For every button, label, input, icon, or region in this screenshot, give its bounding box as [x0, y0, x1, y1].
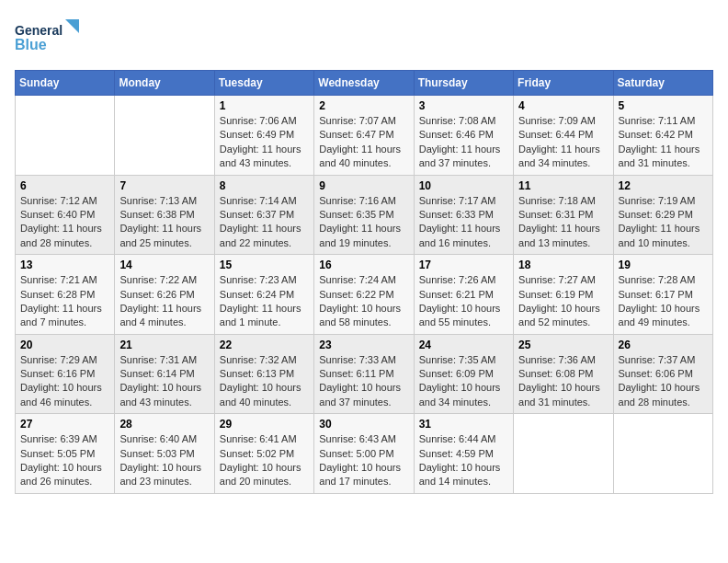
sunrise-text: Sunrise: 7:31 AM [119, 353, 209, 367]
sunrise-text: Sunrise: 7:37 AM [619, 353, 708, 367]
cell-info: Sunrise: 6:44 AM Sunset: 4:59 PM Dayligh… [419, 432, 508, 489]
day-number: 22 [220, 339, 309, 351]
day-number: 6 [20, 179, 109, 192]
cell-info: Sunrise: 7:33 AM Sunset: 6:11 PM Dayligh… [319, 353, 408, 410]
cell-info: Sunrise: 7:26 AM Sunset: 6:21 PM Dayligh… [419, 273, 508, 330]
day-number: 29 [220, 418, 309, 431]
cell-info: Sunrise: 7:16 AM Sunset: 6:35 PM Dayligh… [319, 194, 408, 251]
calendar-cell: 7 Sunrise: 7:13 AM Sunset: 6:38 PM Dayli… [115, 175, 214, 255]
sunrise-text: Sunrise: 7:17 AM [419, 194, 508, 208]
cell-info: Sunrise: 7:28 AM Sunset: 6:17 PM Dayligh… [619, 273, 708, 330]
sunset-text: Sunset: 6:42 PM [619, 128, 708, 142]
daylight-text: Daylight: 10 hours and 26 minutes. [20, 461, 109, 489]
daylight-text: Daylight: 11 hours and 7 minutes. [20, 302, 109, 330]
sunrise-text: Sunrise: 6:44 AM [419, 432, 508, 446]
day-number: 20 [20, 339, 109, 351]
cell-info: Sunrise: 7:23 AM Sunset: 6:24 PM Dayligh… [220, 273, 309, 330]
sunset-text: Sunset: 6:24 PM [220, 288, 309, 302]
sunrise-text: Sunrise: 7:07 AM [319, 114, 408, 128]
sunset-text: Sunset: 6:26 PM [119, 288, 209, 302]
cell-info: Sunrise: 7:19 AM Sunset: 6:29 PM Dayligh… [619, 194, 708, 251]
sunset-text: Sunset: 6:21 PM [419, 288, 508, 302]
cell-info: Sunrise: 7:21 AM Sunset: 6:28 PM Dayligh… [20, 273, 109, 330]
cell-info: Sunrise: 7:13 AM Sunset: 6:38 PM Dayligh… [119, 194, 209, 251]
calendar-cell: 24 Sunrise: 7:35 AM Sunset: 6:09 PM Dayl… [414, 334, 513, 414]
sunrise-text: Sunrise: 7:26 AM [419, 273, 508, 287]
daylight-text: Daylight: 11 hours and 37 minutes. [419, 143, 508, 171]
calendar-cell: 6 Sunrise: 7:12 AM Sunset: 6:40 PM Dayli… [16, 175, 115, 255]
sunrise-text: Sunrise: 7:29 AM [20, 353, 109, 367]
cell-info: Sunrise: 7:06 AM Sunset: 6:49 PM Dayligh… [220, 114, 309, 171]
sunrise-text: Sunrise: 7:22 AM [119, 273, 209, 287]
daylight-text: Daylight: 11 hours and 16 minutes. [419, 222, 508, 250]
day-number: 9 [319, 179, 408, 192]
sunset-text: Sunset: 6:35 PM [319, 208, 408, 222]
calendar-cell: 1 Sunrise: 7:06 AM Sunset: 6:49 PM Dayli… [214, 96, 313, 176]
daylight-text: Daylight: 10 hours and 58 minutes. [319, 302, 408, 330]
day-number: 19 [619, 259, 708, 271]
daylight-text: Daylight: 10 hours and 46 minutes. [20, 381, 109, 409]
cell-info: Sunrise: 7:31 AM Sunset: 6:14 PM Dayligh… [119, 353, 209, 410]
sunset-text: Sunset: 5:00 PM [319, 447, 408, 461]
sunset-text: Sunset: 6:31 PM [518, 208, 608, 222]
cell-info: Sunrise: 7:11 AM Sunset: 6:42 PM Dayligh… [619, 114, 708, 171]
daylight-text: Daylight: 11 hours and 25 minutes. [119, 222, 209, 250]
sunrise-text: Sunrise: 7:11 AM [619, 114, 708, 128]
cell-info: Sunrise: 6:41 AM Sunset: 5:02 PM Dayligh… [220, 432, 309, 489]
sunrise-text: Sunrise: 7:36 AM [518, 353, 608, 367]
sunset-text: Sunset: 5:03 PM [119, 447, 209, 461]
sunset-text: Sunset: 6:44 PM [518, 128, 608, 142]
sunset-text: Sunset: 6:40 PM [20, 208, 109, 222]
calendar-cell: 17 Sunrise: 7:26 AM Sunset: 6:21 PM Dayl… [414, 255, 513, 335]
sunset-text: Sunset: 6:17 PM [619, 288, 708, 302]
sunrise-text: Sunrise: 7:14 AM [220, 194, 309, 208]
cell-info: Sunrise: 7:22 AM Sunset: 6:26 PM Dayligh… [119, 273, 209, 330]
day-number: 27 [20, 418, 109, 431]
day-number: 5 [619, 99, 708, 112]
cell-info: Sunrise: 7:18 AM Sunset: 6:31 PM Dayligh… [518, 194, 608, 251]
calendar-cell: 30 Sunrise: 6:43 AM Sunset: 5:00 PM Dayl… [314, 414, 414, 494]
calendar-cell: 20 Sunrise: 7:29 AM Sunset: 6:16 PM Dayl… [16, 334, 115, 414]
day-number: 23 [319, 339, 408, 351]
cell-info: Sunrise: 7:12 AM Sunset: 6:40 PM Dayligh… [20, 194, 109, 251]
day-number: 12 [619, 179, 708, 192]
day-number: 1 [220, 99, 309, 112]
calendar-cell: 14 Sunrise: 7:22 AM Sunset: 6:26 PM Dayl… [115, 255, 214, 335]
sunrise-text: Sunrise: 6:40 AM [119, 432, 209, 446]
sunset-text: Sunset: 5:02 PM [220, 447, 309, 461]
day-header: Friday [514, 71, 613, 96]
daylight-text: Daylight: 10 hours and 28 minutes. [619, 381, 708, 409]
daylight-text: Daylight: 11 hours and 28 minutes. [20, 222, 109, 250]
calendar-cell: 2 Sunrise: 7:07 AM Sunset: 6:47 PM Dayli… [314, 96, 414, 176]
svg-text:Blue: Blue [15, 37, 47, 52]
sunrise-text: Sunrise: 7:06 AM [220, 114, 309, 128]
daylight-text: Daylight: 11 hours and 40 minutes. [319, 143, 408, 171]
calendar-cell: 26 Sunrise: 7:37 AM Sunset: 6:06 PM Dayl… [613, 334, 712, 414]
sunset-text: Sunset: 6:08 PM [518, 367, 608, 381]
sunrise-text: Sunrise: 7:09 AM [518, 114, 608, 128]
sunrise-text: Sunrise: 7:13 AM [119, 194, 209, 208]
day-number: 30 [319, 418, 408, 431]
daylight-text: Daylight: 10 hours and 40 minutes. [220, 381, 309, 409]
day-number: 3 [419, 99, 508, 112]
day-number: 31 [419, 418, 508, 431]
daylight-text: Daylight: 10 hours and 55 minutes. [419, 302, 508, 330]
calendar-week-row: 20 Sunrise: 7:29 AM Sunset: 6:16 PM Dayl… [16, 334, 713, 414]
cell-info: Sunrise: 7:24 AM Sunset: 6:22 PM Dayligh… [319, 273, 408, 330]
calendar-cell [16, 96, 115, 176]
calendar-cell: 23 Sunrise: 7:33 AM Sunset: 6:11 PM Dayl… [314, 334, 414, 414]
cell-info: Sunrise: 6:39 AM Sunset: 5:05 PM Dayligh… [20, 432, 109, 489]
sunrise-text: Sunrise: 7:18 AM [518, 194, 608, 208]
sunrise-text: Sunrise: 7:33 AM [319, 353, 408, 367]
sunset-text: Sunset: 5:05 PM [20, 447, 109, 461]
sunrise-text: Sunrise: 7:21 AM [20, 273, 109, 287]
cell-info: Sunrise: 7:32 AM Sunset: 6:13 PM Dayligh… [220, 353, 309, 410]
svg-marker-2 [65, 19, 79, 33]
cell-info: Sunrise: 7:14 AM Sunset: 6:37 PM Dayligh… [220, 194, 309, 251]
day-header: Tuesday [214, 71, 313, 96]
sunset-text: Sunset: 6:14 PM [119, 367, 209, 381]
sunset-text: Sunset: 6:06 PM [619, 367, 708, 381]
calendar-week-row: 6 Sunrise: 7:12 AM Sunset: 6:40 PM Dayli… [16, 175, 713, 255]
daylight-text: Daylight: 10 hours and 52 minutes. [518, 302, 608, 330]
cell-info: Sunrise: 7:08 AM Sunset: 6:46 PM Dayligh… [419, 114, 508, 171]
